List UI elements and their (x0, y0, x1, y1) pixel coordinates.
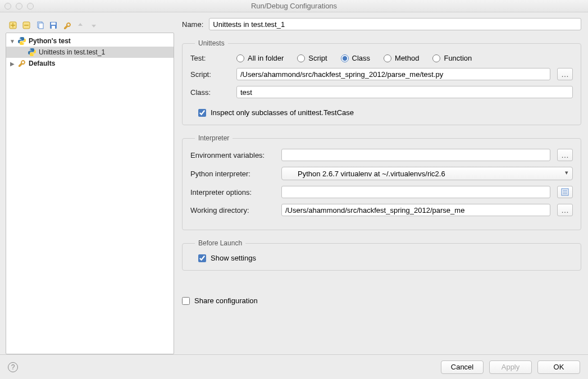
disclosure-triangle-icon[interactable]: ▶ (10, 61, 15, 67)
before-launch-group: Before Launch Show settings (182, 239, 581, 271)
window-titlebar: Run/Debug Configurations (0, 0, 588, 12)
test-type-radiogroup: All in folder Script Class Method Functi… (236, 54, 472, 62)
help-button[interactable]: ? (8, 362, 18, 372)
name-input[interactable] (209, 18, 581, 30)
tree-node-defaults[interactable]: ▶ Defaults (6, 58, 174, 69)
class-input[interactable] (236, 86, 573, 98)
remove-config-button[interactable] (21, 20, 31, 30)
before-launch-legend: Before Launch (195, 239, 245, 247)
expand-icon (561, 188, 569, 196)
main-panel: Name: Unittests Test: All in folder Scri… (182, 18, 582, 354)
sidebar-toolbar (6, 18, 174, 33)
interp-opts-label: Interpreter options: (190, 188, 275, 197)
interp-opts-input[interactable] (281, 186, 550, 198)
test-label: Test: (190, 54, 230, 62)
radio-script[interactable]: Script (297, 54, 327, 62)
svg-rect-7 (51, 22, 56, 25)
radio-class[interactable]: Class (341, 54, 371, 62)
svg-rect-8 (52, 26, 55, 29)
move-down-button (89, 20, 99, 30)
python-interp-select[interactable]: Python 2.6.7 virtualenv at ~/.virtualenv… (281, 167, 573, 180)
add-config-button[interactable] (8, 20, 18, 30)
save-config-button[interactable] (48, 20, 58, 30)
move-up-button (75, 20, 85, 30)
interpreter-group: Interpreter Environment variables: … Pyt… (182, 134, 581, 230)
env-vars-input[interactable] (281, 149, 550, 161)
tree-label: Defaults (29, 60, 55, 67)
config-tree[interactable]: ▼ Python's test Unittests in test.test_1… (6, 33, 174, 354)
interp-opts-expand-button[interactable] (557, 186, 573, 198)
workdir-label: Working directory: (190, 206, 275, 214)
tree-label: Python's test (29, 37, 71, 45)
ok-button[interactable]: OK (537, 360, 580, 374)
unittests-legend: Unittests (195, 39, 228, 47)
tree-label: Unittests in test.test_1 (39, 48, 105, 56)
apply-button: Apply (489, 360, 532, 374)
tree-node-pythons-test[interactable]: ▼ Python's test (6, 35, 174, 47)
script-label: Script: (190, 70, 230, 79)
class-label: Class: (190, 88, 230, 97)
script-browse-button[interactable]: … (557, 68, 573, 80)
workdir-browse-button[interactable]: … (557, 204, 573, 216)
python-icon (17, 36, 26, 45)
name-label: Name: (182, 20, 203, 29)
disclosure-triangle-icon[interactable]: ▼ (10, 38, 15, 44)
workdir-input[interactable] (281, 204, 550, 216)
svg-rect-5 (39, 23, 43, 29)
share-config-label: Share configuration (194, 296, 258, 305)
sidebar: ▼ Python's test Unittests in test.test_1… (6, 18, 174, 354)
dialog-footer: ? Cancel Apply OK (0, 354, 588, 379)
share-config-checkbox[interactable] (182, 297, 190, 305)
env-vars-browse-button[interactable]: … (557, 149, 573, 161)
python-interp-label: Python interpreter: (190, 170, 275, 178)
radio-method[interactable]: Method (384, 54, 419, 62)
wrench-icon (17, 59, 26, 68)
inspect-subclasses-checkbox[interactable] (198, 109, 206, 117)
window-title: Run/Debug Configurations (0, 2, 588, 10)
radio-all-in-folder[interactable]: All in folder (236, 54, 284, 62)
cancel-button[interactable]: Cancel (441, 360, 484, 374)
inspect-subclasses-label: Inspect only subclasses of unittest.Test… (211, 108, 354, 117)
tree-node-unittests[interactable]: Unittests in test.test_1 (6, 47, 174, 58)
python-icon (28, 48, 37, 57)
show-settings-checkbox[interactable] (198, 254, 206, 262)
edit-defaults-button[interactable] (62, 20, 72, 30)
show-settings-label: Show settings (211, 254, 256, 262)
unittests-group: Unittests Test: All in folder Script Cla… (182, 39, 581, 125)
env-vars-label: Environment variables: (190, 151, 275, 159)
interpreter-legend: Interpreter (195, 134, 233, 142)
radio-function[interactable]: Function (432, 54, 472, 62)
copy-config-button[interactable] (35, 20, 45, 30)
script-input[interactable] (236, 68, 550, 80)
